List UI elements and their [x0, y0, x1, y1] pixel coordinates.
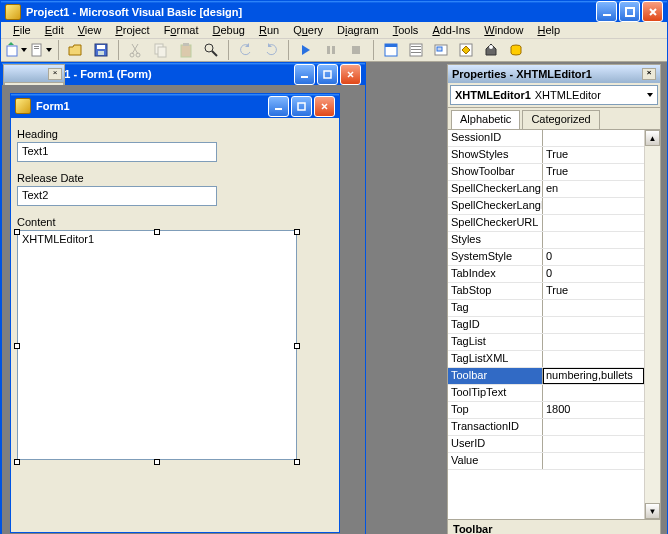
property-value[interactable]: [543, 385, 644, 401]
minimize-button[interactable]: [596, 1, 617, 22]
properties-header[interactable]: Properties - XHTMLEditor1 ×: [448, 65, 660, 83]
toolbox-header[interactable]: ×: [4, 65, 64, 83]
menu-diagram[interactable]: Diagram: [331, 22, 385, 38]
property-row[interactable]: Tag: [448, 300, 644, 317]
property-row[interactable]: ToolTipText: [448, 385, 644, 402]
property-value[interactable]: numbering,bullets: [543, 368, 644, 384]
menu-query[interactable]: Query: [287, 22, 329, 38]
form1[interactable]: Form1 Heading Text1 Release Date Text2 C…: [10, 93, 340, 533]
scroll-up-icon[interactable]: ▲: [645, 130, 660, 146]
mdi-maximize-button[interactable]: [317, 64, 338, 85]
break-button[interactable]: [320, 39, 342, 61]
property-row[interactable]: TransactionID: [448, 419, 644, 436]
property-row[interactable]: SessionID: [448, 130, 644, 147]
property-grid[interactable]: SessionIDShowStylesTrueShowToolbarTrueSp…: [448, 130, 644, 519]
scroll-track[interactable]: [645, 146, 660, 503]
property-row[interactable]: ShowStylesTrue: [448, 147, 644, 164]
property-value[interactable]: [543, 215, 644, 231]
property-row[interactable]: TagID: [448, 317, 644, 334]
redo-button[interactable]: [260, 39, 282, 61]
textbox-release-date[interactable]: Text2: [17, 186, 217, 206]
resize-handle-icon[interactable]: [154, 459, 160, 465]
property-row[interactable]: SystemStyle0: [448, 249, 644, 266]
save-button[interactable]: [90, 39, 112, 61]
end-button[interactable]: [345, 39, 367, 61]
add-project-button[interactable]: [5, 39, 27, 61]
tab-categorized[interactable]: Categorized: [522, 110, 599, 129]
toolbox-button[interactable]: [480, 39, 502, 61]
property-value[interactable]: True: [543, 164, 644, 180]
property-value[interactable]: [543, 232, 644, 248]
find-button[interactable]: [200, 39, 222, 61]
properties-button[interactable]: [405, 39, 427, 61]
property-row[interactable]: ShowToolbarTrue: [448, 164, 644, 181]
property-value[interactable]: [543, 351, 644, 367]
property-value[interactable]: [543, 130, 644, 146]
cut-button[interactable]: [125, 39, 147, 61]
object-browser-button[interactable]: [455, 39, 477, 61]
textbox-heading[interactable]: Text1: [17, 142, 217, 162]
property-value[interactable]: [543, 436, 644, 452]
close-button[interactable]: [642, 1, 663, 22]
resize-handle-icon[interactable]: [294, 343, 300, 349]
form-layout-button[interactable]: [430, 39, 452, 61]
property-row[interactable]: UserID: [448, 436, 644, 453]
property-row[interactable]: SpellCheckerLangen: [448, 181, 644, 198]
property-row[interactable]: TagListXML: [448, 351, 644, 368]
data-view-button[interactable]: [505, 39, 527, 61]
resize-handle-icon[interactable]: [294, 229, 300, 235]
resize-handle-icon[interactable]: [14, 459, 20, 465]
resize-handle-icon[interactable]: [14, 229, 20, 235]
form1-close-button[interactable]: [314, 96, 335, 117]
undo-button[interactable]: [235, 39, 257, 61]
property-row[interactable]: TabStopTrue: [448, 283, 644, 300]
copy-button[interactable]: [150, 39, 172, 61]
form1-minimize-button[interactable]: [268, 96, 289, 117]
menu-project[interactable]: Project: [109, 22, 155, 38]
object-selector[interactable]: XHTMLEditor1 XHTMLEditor: [450, 85, 658, 105]
form1-maximize-button[interactable]: [291, 96, 312, 117]
property-value[interactable]: 0: [543, 249, 644, 265]
property-row[interactable]: Top1800: [448, 402, 644, 419]
property-value[interactable]: 1800: [543, 402, 644, 418]
xhtml-editor-control[interactable]: XHTMLEditor1: [17, 230, 297, 460]
menu-edit[interactable]: Edit: [39, 22, 70, 38]
property-row[interactable]: TagList: [448, 334, 644, 351]
scroll-down-icon[interactable]: ▼: [645, 503, 660, 519]
property-row[interactable]: TabIndex0: [448, 266, 644, 283]
start-button[interactable]: [295, 39, 317, 61]
resize-handle-icon[interactable]: [14, 343, 20, 349]
menu-tools[interactable]: Tools: [387, 22, 425, 38]
menu-view[interactable]: View: [72, 22, 108, 38]
property-value[interactable]: [543, 198, 644, 214]
property-value[interactable]: True: [543, 147, 644, 163]
menu-debug[interactable]: Debug: [206, 22, 250, 38]
resize-handle-icon[interactable]: [294, 459, 300, 465]
property-row[interactable]: Toolbarnumbering,bullets: [448, 368, 644, 385]
properties-scrollbar[interactable]: ▲ ▼: [644, 130, 660, 519]
property-value[interactable]: en: [543, 181, 644, 197]
mdi-close-button[interactable]: [340, 64, 361, 85]
mdi-minimize-button[interactable]: [294, 64, 315, 85]
property-row[interactable]: SpellCheckerURL: [448, 215, 644, 232]
property-value[interactable]: True: [543, 283, 644, 299]
toolbox-close-icon[interactable]: ×: [48, 68, 62, 80]
property-row[interactable]: SpellCheckerLangF: [448, 198, 644, 215]
resize-handle-icon[interactable]: [154, 229, 160, 235]
maximize-button[interactable]: [619, 1, 640, 22]
menu-format[interactable]: Format: [158, 22, 205, 38]
menu-addins[interactable]: Add-Ins: [426, 22, 476, 38]
menu-window[interactable]: Window: [478, 22, 529, 38]
main-titlebar[interactable]: Project1 - Microsoft Visual Basic [desig…: [1, 1, 667, 22]
menu-help[interactable]: Help: [531, 22, 566, 38]
property-value[interactable]: [543, 317, 644, 333]
properties-close-icon[interactable]: ×: [642, 68, 656, 80]
property-value[interactable]: 0: [543, 266, 644, 282]
property-value[interactable]: [543, 334, 644, 350]
add-item-button[interactable]: [30, 39, 52, 61]
property-value[interactable]: [543, 300, 644, 316]
tab-alphabetic[interactable]: Alphabetic: [451, 110, 520, 129]
paste-button[interactable]: [175, 39, 197, 61]
property-value[interactable]: [543, 453, 644, 469]
open-button[interactable]: [65, 39, 87, 61]
